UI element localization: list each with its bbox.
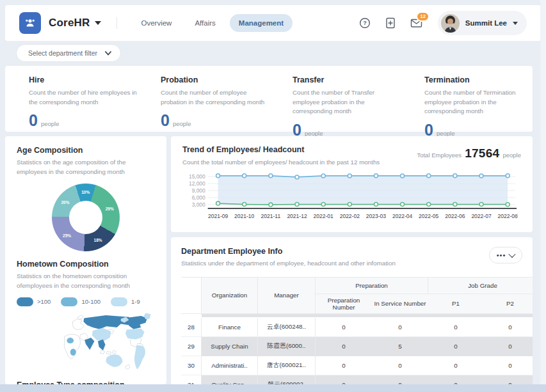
svg-text:?: ? bbox=[363, 20, 367, 26]
svg-text:2021-11: 2021-11 bbox=[261, 212, 281, 219]
nav-item-affairs[interactable]: Affairs bbox=[186, 14, 224, 32]
total-employees-value: 17564 bbox=[465, 146, 499, 161]
hometown-section-desc: Statistics on the hometown composition o… bbox=[17, 272, 155, 290]
legend-label: >100 bbox=[37, 298, 51, 305]
donut-slice-label: 10% bbox=[81, 190, 90, 194]
legend-label: 1-9 bbox=[131, 298, 140, 305]
panel-menu-button[interactable]: ••• bbox=[489, 247, 522, 263]
header-organization[interactable]: Organization bbox=[202, 278, 258, 313]
nav-divider bbox=[116, 17, 117, 29]
header-manager[interactable]: Manager bbox=[258, 278, 316, 313]
cell-manager: 唐古(600021.. bbox=[258, 356, 316, 375]
cell-in-service-number: 0 bbox=[372, 356, 428, 375]
svg-text:9,000: 9,000 bbox=[192, 187, 205, 194]
department-title: Department Employee Info bbox=[181, 247, 396, 256]
stat-card-probation: Probation Count the number of employee p… bbox=[137, 75, 269, 122]
header-p2[interactable]: P2 bbox=[483, 294, 533, 313]
stat-value: 0 bbox=[161, 111, 170, 130]
stat-desc: Count the number of employee probation i… bbox=[161, 88, 269, 107]
header-in-service-number[interactable]: In Service Number bbox=[372, 294, 428, 313]
legend-item: 1-9 bbox=[111, 297, 140, 306]
chevron-down-icon bbox=[95, 21, 101, 25]
app-title-menu[interactable]: CoreHR bbox=[49, 17, 101, 29]
svg-text:2021-09: 2021-09 bbox=[208, 212, 229, 219]
user-name: Summit Lee bbox=[465, 19, 507, 27]
legend-swatch bbox=[61, 297, 77, 306]
cell-in-service-number: 0 bbox=[372, 318, 428, 337]
cell-p1: 0 bbox=[428, 318, 483, 337]
horizontal-scrollbar[interactable] bbox=[0, 384, 546, 392]
top-navbar: CoreHR Overview Affairs Management ? bbox=[5, 5, 541, 41]
stat-title: Hire bbox=[29, 75, 137, 84]
header-index bbox=[181, 278, 202, 313]
cell-index: 29 bbox=[181, 337, 202, 356]
trend-desc: Count the total number of employees/ hea… bbox=[182, 158, 380, 168]
svg-text:12,000: 12,000 bbox=[189, 180, 205, 187]
cell-manager: 云卓(600248.. bbox=[258, 318, 316, 337]
department-filter-select[interactable]: Select department filter bbox=[16, 44, 121, 62]
nav-item-management[interactable]: Management bbox=[230, 14, 293, 32]
new-document-icon[interactable] bbox=[384, 17, 397, 29]
cell-manager: 陈霞恩(6000.. bbox=[258, 337, 316, 356]
stat-card-hire: Hire Count the number of hire employees … bbox=[5, 75, 137, 122]
svg-text:2021-12: 2021-12 bbox=[287, 212, 307, 219]
user-menu[interactable]: Summit Lee bbox=[438, 11, 527, 35]
header-group-job-grade: Job Grade bbox=[428, 278, 533, 294]
stat-title: Probation bbox=[161, 75, 269, 84]
stat-value: 0 bbox=[29, 111, 38, 130]
people-icon bbox=[24, 17, 36, 29]
age-donut[interactable]: 10%29%18%25%20% bbox=[52, 184, 120, 251]
department-panel: Department Employee Info Statistics unde… bbox=[171, 237, 533, 392]
cell-p1: 0 bbox=[428, 356, 483, 375]
svg-text:2022-02: 2022-02 bbox=[340, 212, 360, 219]
svg-text:2022-01: 2022-01 bbox=[314, 212, 334, 219]
hometown-world-map[interactable] bbox=[17, 310, 155, 378]
svg-text:2022-04: 2022-04 bbox=[392, 212, 413, 219]
svg-text:3,000: 3,000 bbox=[192, 201, 205, 208]
cell-preparation-number: 0 bbox=[316, 318, 372, 337]
cell-index: 28 bbox=[181, 318, 202, 337]
stat-title: Transfer bbox=[293, 75, 401, 84]
stat-desc: Count the number of Transfer employee pr… bbox=[293, 88, 401, 116]
table-row[interactable]: 29Supply Chain陈霞恩(6000..0500 bbox=[181, 337, 533, 356]
composition-panel: Age Composition Statistics on the age co… bbox=[5, 136, 166, 384]
cell-organization: Administrati.. bbox=[202, 356, 258, 375]
help-icon[interactable]: ? bbox=[358, 17, 371, 29]
table-row[interactable]: 28Finance云卓(600248..0000 bbox=[181, 318, 533, 337]
donut-slice-label: 20% bbox=[61, 200, 69, 205]
trend-chart[interactable]: 15,00012,0009,0006,0003,0002021-092021-1… bbox=[182, 168, 521, 225]
stat-unit: people bbox=[41, 120, 60, 127]
app-title: CoreHR bbox=[49, 17, 90, 29]
hometown-section-title: Hometown Composition bbox=[17, 260, 155, 269]
total-employees-unit: people bbox=[502, 152, 521, 159]
cell-p1: 0 bbox=[428, 337, 483, 356]
chevron-down-icon bbox=[509, 251, 516, 258]
table-row[interactable]: 30Administrati..唐古(600021..0000 bbox=[181, 356, 533, 375]
vertical-scrollbar[interactable] bbox=[540, 0, 546, 392]
chevron-down-icon bbox=[105, 51, 111, 56]
cell-in-service-number: 5 bbox=[372, 337, 428, 356]
cell-p2: 0 bbox=[483, 356, 533, 375]
department-table: Organization Manager Preparation Job Gra… bbox=[181, 277, 533, 392]
svg-text:6,000: 6,000 bbox=[192, 194, 205, 201]
stats-summary-card: Hire Count the number of hire employees … bbox=[5, 66, 533, 132]
trend-title: Trend of Employees/ Headcount bbox=[182, 145, 380, 154]
age-section-desc: Statistics on the age composition of the… bbox=[17, 158, 155, 176]
app-logo[interactable] bbox=[19, 12, 41, 34]
stat-card-transfer: Transfer Count the number of Transfer em… bbox=[269, 75, 401, 122]
hometown-legend: >100 10-100 1-9 bbox=[17, 297, 155, 306]
mail-badge: 12 bbox=[416, 12, 429, 22]
header-preparation-number[interactable]: Preparation Number bbox=[316, 294, 372, 313]
department-filter-label: Select department filter bbox=[28, 49, 97, 57]
donut-slice-label: 29% bbox=[106, 206, 114, 210]
header-p1[interactable]: P1 bbox=[428, 294, 483, 313]
mail-icon[interactable]: 12 bbox=[410, 17, 422, 29]
legend-label: 10-100 bbox=[81, 298, 100, 305]
svg-text:2021-10: 2021-10 bbox=[234, 212, 255, 219]
nav-item-overview[interactable]: Overview bbox=[132, 14, 181, 32]
avatar bbox=[441, 14, 460, 33]
cell-organization: Supply Chain bbox=[202, 337, 258, 356]
legend-item: >100 bbox=[17, 297, 51, 306]
chevron-down-icon bbox=[513, 22, 518, 25]
legend-swatch bbox=[111, 297, 127, 306]
